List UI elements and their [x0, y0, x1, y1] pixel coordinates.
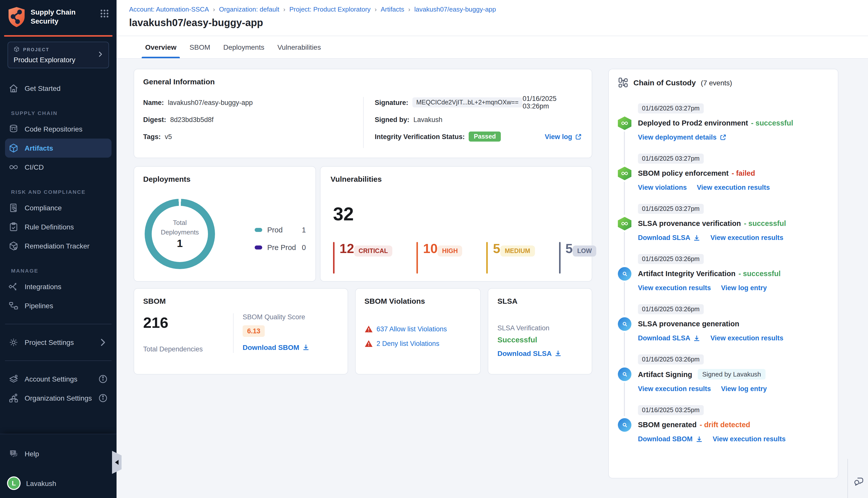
breadcrumb-separator: › — [409, 6, 410, 13]
scan-icon — [618, 367, 631, 381]
tab-deployments[interactable]: Deployments — [223, 36, 264, 58]
user-menu[interactable]: L Lavakush — [0, 476, 117, 490]
sidebar-item-cicd[interactable]: CI/CD — [0, 158, 117, 177]
allow-list-violations-row: 637 Allow list Violations — [364, 325, 471, 333]
severity-medium: 5MEDIUM — [487, 242, 535, 274]
nav-section-supply-chain: SUPPLY CHAIN — [11, 110, 117, 116]
brand-title: Supply Chain Security — [31, 6, 100, 26]
slsa-verification-status: Successful — [497, 335, 583, 344]
signature-row: Signature: MEQCICde2VjIT...bL+2+mqnOXw==… — [375, 97, 582, 108]
sidebar-item-get-started[interactable]: Get Started — [0, 79, 117, 98]
custody-event: 01/16/2025 03:27pm SLSA provenance verif… — [618, 204, 829, 254]
feedback-chat-icon[interactable] — [853, 475, 865, 489]
app-grid-icon[interactable] — [100, 9, 109, 20]
sidebar-item-project-settings[interactable]: Project Settings — [0, 333, 117, 352]
sidebar-item-code-repositories[interactable]: Code Repositories — [0, 119, 117, 139]
event-status: - failed — [731, 169, 755, 177]
chain-of-custody-icon — [618, 77, 629, 88]
help-chat-icon: ? — [9, 449, 18, 459]
tab-overview[interactable]: Overview — [145, 36, 177, 58]
view-execution-results-link[interactable]: View execution results — [638, 385, 711, 393]
breadcrumb-account[interactable]: Account: Automation-SSCA — [129, 5, 209, 13]
signature-value: MEQCICde2VjIT...bL+2+mqnOXw== — [412, 97, 523, 107]
sidebar-item-help[interactable]: ? Help — [0, 444, 117, 463]
event-title: SBOM policy enforcement — [638, 169, 729, 177]
event-timestamp: 01/16/2025 03:26pm — [638, 354, 703, 365]
brand-accent-divider — [4, 35, 113, 37]
donut-label: Total Deployments — [161, 219, 199, 237]
view-violations-link[interactable]: View violations — [638, 184, 687, 191]
scan-icon — [618, 267, 631, 280]
collapse-arrow-icon — [115, 460, 118, 465]
total-dependencies-label: Total Dependencies — [143, 345, 233, 353]
signed-by-row: Signed by: Lavakush — [375, 114, 582, 125]
sbom-card: SBOM 216 Total Dependencies SBOM Quality… — [134, 288, 348, 375]
legend-item-preprod: Pre Prod 0 — [255, 244, 306, 251]
slsa-card: SLSA SLSA Verification Successful Downlo… — [488, 288, 592, 375]
custody-event: 01/16/2025 03:27pm SBOM policy enforceme… — [618, 154, 829, 204]
total-dependencies-count: 216 — [143, 314, 233, 331]
view-execution-results-link[interactable]: View execution results — [711, 335, 783, 342]
status-badge: Passed — [469, 132, 501, 142]
tab-sbom[interactable]: SBOM — [190, 36, 210, 58]
project-selector[interactable]: PROJECT Product Exploratory — [8, 42, 109, 68]
severity-critical: 12CRITICAL — [333, 242, 392, 274]
gear-icon — [9, 337, 18, 348]
brand: Supply Chain Security — [8, 6, 109, 30]
sidebar-item-compliance[interactable]: Compliance — [0, 198, 117, 218]
view-log-link[interactable]: View log — [545, 133, 582, 140]
cube-icon — [14, 46, 20, 53]
event-timestamp: 01/16/2025 03:25pm — [638, 405, 703, 415]
card-title: Chain of Custody — [633, 78, 696, 87]
pipeline-icon — [618, 217, 631, 231]
nav-section-risk-compliance: RISK AND COMPLIANCE — [11, 189, 117, 195]
download-sbom-link[interactable]: Download SBOM — [243, 343, 309, 351]
severity-low: 5LOW — [559, 242, 596, 274]
view-log-entry-link[interactable]: View log entry — [721, 385, 767, 393]
artifact-tags: v5 — [165, 133, 172, 140]
view-execution-results-link[interactable]: View execution results — [638, 284, 711, 292]
deny-list-violations-link[interactable]: 2 Deny list Violations — [376, 340, 439, 348]
download-sbom-link[interactable]: Download SBOM — [638, 435, 703, 443]
breadcrumb-current[interactable]: lavakush07/easy-buggy-app — [414, 5, 496, 13]
card-title: General Information — [143, 77, 583, 86]
breadcrumb-artifacts[interactable]: Artifacts — [381, 5, 404, 13]
view-log-entry-link[interactable]: View log entry — [721, 284, 767, 292]
tabs: Overview SBOM Deployments Vulnerabilitie… — [117, 36, 868, 59]
download-icon — [696, 435, 703, 443]
tab-vulnerabilities[interactable]: Vulnerabilities — [277, 36, 321, 58]
info-icon[interactable] — [98, 374, 108, 384]
general-information-card: General Information Name: lavakush07/eas… — [134, 69, 592, 158]
event-timestamp: 01/16/2025 03:27pm — [638, 103, 703, 114]
sidebar-item-integrations[interactable]: Integrations — [0, 277, 117, 296]
severity-high: 10HIGH — [417, 242, 462, 274]
download-slsa-link[interactable]: Download SLSA — [638, 335, 700, 342]
event-title: Deployed to Prod2 environment — [638, 119, 748, 127]
event-status: - successful — [751, 119, 793, 127]
pipelines-icon — [9, 301, 18, 311]
view-execution-results-link[interactable]: View execution results — [697, 184, 770, 191]
deny-list-violations-row: 2 Deny list Violations — [364, 340, 471, 348]
integrity-row: Integrity Verification Status: Passed Vi… — [375, 131, 582, 142]
view-execution-results-link[interactable]: View execution results — [711, 234, 783, 241]
sidebar-item-rule-definitions[interactable]: Rule Definitions — [0, 218, 117, 236]
view-execution-results-link[interactable]: View execution results — [713, 435, 786, 443]
breadcrumb-organization[interactable]: Organization: default — [219, 5, 279, 13]
severity-label: CRITICAL — [354, 246, 392, 257]
download-icon — [694, 335, 700, 342]
pipeline-icon — [618, 117, 631, 130]
severity-bar — [559, 242, 560, 274]
download-slsa-link[interactable]: Download SLSA — [638, 234, 700, 241]
sidebar-item-organization-settings[interactable]: Organization Settings — [0, 389, 117, 408]
view-deployment-details-link[interactable]: View deployment details — [638, 133, 726, 141]
sidebar-item-account-settings[interactable]: Account Settings — [0, 369, 117, 389]
sidebar-item-artifacts[interactable]: Artifacts — [5, 139, 112, 158]
warning-icon — [364, 325, 373, 333]
download-slsa-link[interactable]: Download SLSA — [497, 350, 561, 357]
allow-list-violations-link[interactable]: 637 Allow list Violations — [376, 325, 447, 333]
sidebar-item-remediation-tracker[interactable]: Remediation Tracker — [0, 236, 117, 255]
breadcrumb-project[interactable]: Project: Product Exploratory — [289, 5, 371, 13]
info-icon[interactable] — [98, 393, 108, 403]
sidebar-item-pipelines[interactable]: Pipelines — [0, 296, 117, 315]
event-timestamp: 01/16/2025 03:26pm — [638, 254, 703, 264]
